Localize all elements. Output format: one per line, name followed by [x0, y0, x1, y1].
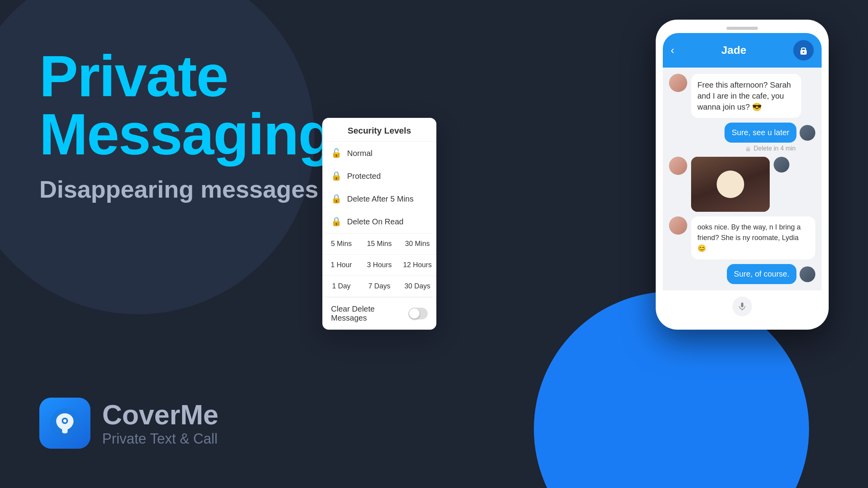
lock-red-icon: 🔒 [331, 216, 342, 227]
coverme-logo-icon [49, 407, 81, 439]
avatar-image [669, 74, 687, 92]
timer-icon [745, 145, 751, 152]
avatar-jade-img2 [669, 216, 687, 235]
message-row-right: Sure, see u later Delete in 4 min [669, 123, 815, 152]
phone-notch-area [663, 27, 822, 30]
phone-frame: ‹ Jade Free th [656, 20, 829, 330]
coffee-image [691, 157, 770, 212]
svg-rect-5 [746, 148, 750, 151]
phone-screen: ‹ Jade Free th [663, 33, 822, 323]
other-avatar [774, 157, 789, 172]
bubble-right-row: Sure, see u later [725, 123, 815, 143]
lock-blue-icon: 🔒 [331, 171, 342, 181]
toggle-knob [409, 308, 419, 319]
time-grid: 5 Mins 15 Mins 30 Mins 1 Hour 3 Hours 12… [322, 233, 436, 297]
phone-container: ‹ Jade Free th [656, 20, 829, 330]
protected-label: Protected [347, 172, 381, 181]
mic-icon [737, 302, 747, 311]
message-bubble-left: Free this afternoon? Sarah and I are in … [691, 74, 801, 118]
time-12hours[interactable]: 12 Hours [398, 255, 436, 276]
time-5mins[interactable]: 5 Mins [322, 233, 360, 255]
main-title: Private Messaging [39, 47, 354, 163]
long-message-bubble: ooks nice. By the way, n I bring a frien… [691, 216, 815, 259]
chat-back-button[interactable]: ‹ [671, 44, 674, 57]
my-avatar [800, 125, 815, 141]
last-bubble-row: Sure, of course. [727, 264, 815, 284]
brand-icon [39, 398, 90, 449]
avatar-small-jade [669, 157, 687, 175]
brand-text-block: CoverMe Private Text & Call [102, 399, 219, 447]
mic-button[interactable] [732, 297, 752, 316]
delete-after-label: Delete After 5 Mins [347, 194, 414, 204]
chat-input-area [663, 290, 822, 323]
message-row: Free this afternoon? Sarah and I are in … [669, 74, 815, 118]
avatar [669, 74, 687, 92]
svg-rect-6 [741, 303, 743, 307]
security-level-normal[interactable]: 🔓 Normal [322, 142, 436, 165]
last-message-bubble: Sure, of course. [727, 264, 796, 284]
time-15mins[interactable]: 15 Mins [360, 233, 399, 255]
time-3hours[interactable]: 3 Hours [360, 255, 399, 276]
time-30days[interactable]: 30 Days [398, 276, 436, 297]
chat-messages: Free this afternoon? Sarah and I are in … [663, 68, 822, 290]
security-popup-title: Security Levels [322, 118, 436, 142]
lock-green-icon: 🔓 [331, 148, 342, 158]
normal-label: Normal [347, 149, 372, 158]
avatar-jade2 [669, 216, 687, 235]
clear-row: Clear Delete Messages [322, 297, 436, 330]
time-7days[interactable]: 7 Days [360, 276, 399, 297]
brand-tagline: Private Text & Call [102, 431, 219, 447]
clear-label: Clear Delete Messages [331, 305, 408, 323]
security-level-protected[interactable]: 🔒 Protected [322, 165, 436, 187]
chat-lock-button[interactable] [793, 40, 814, 61]
time-1day[interactable]: 1 Day [322, 276, 360, 297]
security-level-delete-after[interactable]: 🔒 Delete After 5 Mins [322, 187, 436, 210]
my-avatar2 [800, 266, 815, 282]
lock-yellow-icon: 🔒 [331, 194, 342, 204]
phone-notch [726, 27, 758, 30]
image-bubble [691, 157, 770, 212]
delete-timer-text: Delete in 4 min [754, 145, 796, 152]
image-message-row [669, 157, 815, 212]
title-line1: Private [39, 47, 354, 105]
time-30mins[interactable]: 30 Mins [398, 233, 436, 255]
svg-point-2 [63, 419, 66, 422]
svg-point-4 [803, 51, 804, 53]
lock-icon [798, 45, 809, 55]
chat-header: ‹ Jade [663, 33, 822, 68]
security-popup: Security Levels 🔓 Normal 🔒 Protected 🔒 D… [322, 118, 436, 330]
time-1hour[interactable]: 1 Hour [322, 255, 360, 276]
brand-name: CoverMe [102, 399, 219, 431]
avatar-jade [669, 157, 687, 175]
left-section: Private Messaging Disappearing messages [39, 47, 354, 203]
subtitle: Disappearing messages [39, 175, 354, 203]
coffee-cup [717, 171, 744, 198]
brand-section: CoverMe Private Text & Call [39, 398, 219, 449]
delete-timer: Delete in 4 min [745, 145, 815, 152]
chat-contact-name: Jade [721, 44, 747, 57]
title-line2: Messaging [39, 105, 354, 163]
last-message-row: Sure, of course. [669, 264, 815, 284]
security-level-delete-on-read[interactable]: 🔒 Delete On Read [322, 210, 436, 233]
delete-on-read-label: Delete On Read [347, 217, 403, 226]
message-bubble-right: Sure, see u later [725, 123, 796, 143]
long-message-row: ooks nice. By the way, n I bring a frien… [669, 216, 815, 259]
clear-toggle[interactable] [408, 308, 428, 319]
